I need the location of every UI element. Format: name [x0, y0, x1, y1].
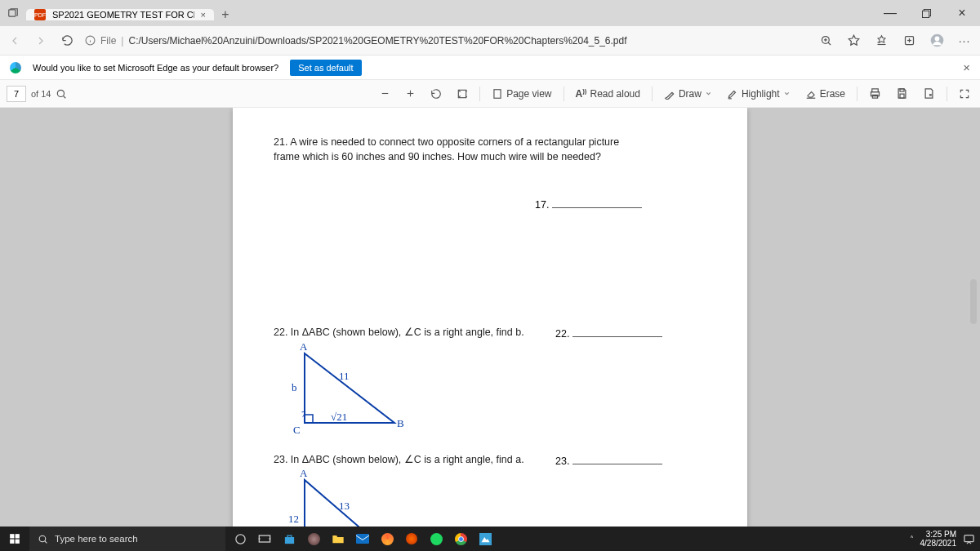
fullscreen-button[interactable]	[956, 88, 973, 100]
scrollbar-thumb[interactable]	[970, 279, 977, 324]
browser-tab[interactable]: PDF SP2021 GEOMETRY TEST FOR Ch ×	[26, 9, 214, 20]
answer-22-blank	[572, 329, 662, 337]
svg-rect-43	[356, 534, 369, 544]
minimize-button[interactable]: —	[872, 0, 908, 26]
svg-rect-2	[922, 11, 929, 17]
favorite-button[interactable]	[844, 34, 862, 47]
app-icon-4[interactable]	[475, 529, 495, 549]
pdf-page: 21. A wire is needed to connect two oppo…	[233, 108, 747, 527]
page-number-input[interactable]	[7, 86, 26, 102]
infobar-close-button[interactable]: ×	[963, 60, 970, 74]
svg-point-39	[235, 534, 244, 543]
new-tab-button[interactable]: +	[214, 7, 237, 22]
tray-chevron-icon[interactable]: ˄	[910, 535, 914, 544]
default-browser-prompt: Would you like to set Microsoft Edge as …	[33, 63, 278, 73]
chrome-icon[interactable]	[451, 529, 470, 549]
refresh-button[interactable]	[59, 34, 75, 47]
app-icon-2[interactable]	[377, 529, 397, 549]
menu-button[interactable]: ···	[956, 34, 973, 47]
highlight-button[interactable]: Highlight	[724, 88, 794, 100]
svg-point-16	[934, 37, 939, 42]
vertical-scrollbar[interactable]	[969, 108, 978, 527]
pdf-icon: PDF	[34, 9, 46, 20]
answer-22-label: 22.	[555, 328, 569, 340]
pdf-viewport[interactable]: 21. A wire is needed to connect two oppo…	[0, 108, 980, 527]
collections-button[interactable]	[900, 34, 918, 47]
info-icon	[85, 35, 96, 46]
zoom-indicator-icon[interactable]	[817, 34, 835, 47]
tab-close-button[interactable]: ×	[201, 10, 206, 20]
zoom-in-button[interactable]	[402, 88, 419, 99]
start-button[interactable]	[0, 533, 29, 544]
svg-rect-35	[10, 540, 14, 544]
app-icon-1[interactable]	[304, 529, 323, 549]
save-as-button[interactable]	[920, 87, 938, 100]
taskbar-search[interactable]: Type here to search	[29, 527, 225, 551]
cortana-icon[interactable]	[230, 529, 250, 549]
svg-point-37	[39, 535, 46, 542]
favorites-list-button[interactable]	[872, 34, 890, 47]
back-button[interactable]	[7, 34, 23, 47]
svg-rect-40	[259, 535, 270, 542]
tab-title: SP2021 GEOMETRY TEST FOR Ch	[52, 10, 194, 20]
svg-rect-34	[16, 534, 20, 538]
forward-button[interactable]	[33, 34, 49, 47]
mail-icon[interactable]	[353, 529, 372, 549]
svg-line-38	[45, 540, 47, 543]
answer-17-label: 17.	[535, 199, 549, 211]
file-explorer-icon[interactable]	[328, 529, 348, 549]
answer-23-blank	[572, 456, 662, 464]
set-default-button[interactable]: Set as default	[290, 60, 361, 76]
svg-rect-29	[900, 89, 904, 91]
svg-rect-23	[494, 89, 501, 98]
fit-page-button[interactable]	[453, 88, 471, 100]
app-icon-3[interactable]	[402, 529, 421, 549]
question-23: 23. In ΔABC (shown below), ∠C is a right…	[274, 453, 555, 468]
print-button[interactable]	[866, 87, 884, 100]
answer-23-label: 23.	[555, 455, 569, 467]
question-22: 22. In ΔABC (shown below), ∠C is a right…	[274, 326, 555, 340]
rotate-button[interactable]	[427, 88, 445, 100]
answer-17-blank	[552, 200, 642, 208]
url-path: C:/Users/Michael%20Anzuini/Downloads/SP2…	[128, 35, 626, 47]
address-field[interactable]: File | C:/Users/Michael%20Anzuini/Downlo…	[85, 35, 807, 47]
search-icon[interactable]	[56, 88, 67, 100]
maximize-button[interactable]	[908, 0, 944, 26]
svg-line-7	[828, 42, 831, 45]
profile-button[interactable]	[928, 33, 946, 47]
read-aloud-button[interactable]: A))Read aloud	[572, 87, 644, 100]
page-count-label: of 14	[31, 89, 51, 99]
search-icon	[38, 534, 48, 544]
svg-line-18	[64, 96, 66, 98]
erase-button[interactable]: Erase	[802, 88, 849, 100]
tabs-button[interactable]	[0, 7, 26, 19]
svg-rect-0	[9, 10, 16, 16]
zoom-out-button[interactable]	[376, 88, 394, 99]
svg-rect-36	[16, 540, 20, 544]
save-button[interactable]	[893, 87, 911, 100]
page-view-button[interactable]: Page view	[488, 88, 555, 100]
window-close-button[interactable]: ×	[944, 0, 980, 26]
edge-icon	[10, 62, 21, 73]
system-clock[interactable]: 3:25 PM 4/28/2021	[920, 530, 957, 548]
notifications-icon[interactable]	[963, 533, 975, 545]
task-view-icon[interactable]	[255, 529, 274, 549]
question-21: 21. A wire is needed to connect two oppo…	[274, 136, 625, 164]
svg-rect-30	[900, 94, 904, 98]
search-placeholder: Type here to search	[55, 534, 138, 544]
draw-button[interactable]: Draw	[661, 88, 715, 100]
spotify-icon[interactable]	[426, 529, 446, 549]
url-scheme-label: File	[100, 35, 116, 47]
svg-point-17	[58, 90, 65, 96]
svg-rect-33	[10, 534, 14, 538]
svg-rect-45	[964, 535, 973, 541]
store-icon[interactable]	[279, 529, 299, 549]
